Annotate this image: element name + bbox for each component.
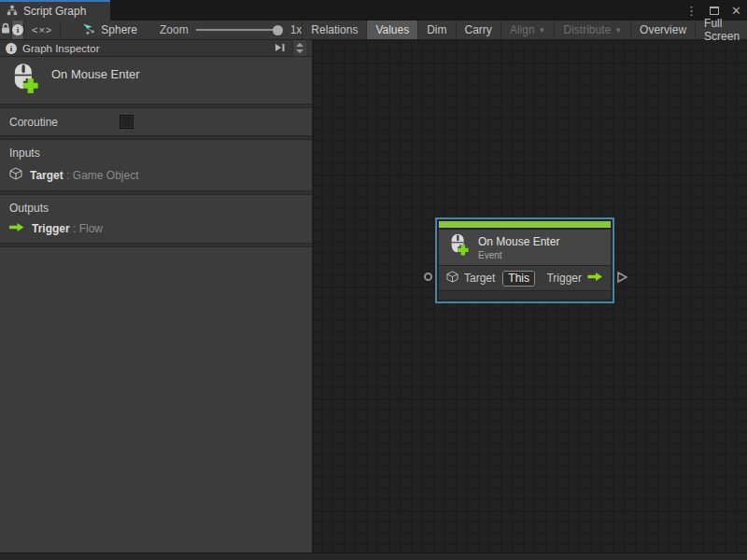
dim-label: Dim [427, 23, 446, 36]
zoom-value: 1x [290, 23, 303, 36]
distribute-label: Distribute [563, 23, 611, 36]
event-title: On Mouse Enter [51, 67, 140, 81]
inspector-header-title: Graph Inspector [22, 43, 99, 54]
zoom-slider[interactable] [196, 21, 283, 40]
align-label: Align [510, 23, 535, 36]
node-title: On Mouse Enter [478, 235, 559, 248]
script-graph-icon [7, 5, 18, 19]
tab-title: Script Graph [23, 5, 86, 18]
outputs-section: Outputs Trigger : Flow [0, 195, 312, 243]
scroll-down-icon[interactable] [296, 49, 303, 53]
inspector-header: i Graph Inspector [0, 40, 312, 57]
output-port-name: Trigger [32, 222, 70, 235]
info-icon: i [6, 43, 17, 54]
values-button[interactable]: Values [366, 21, 417, 39]
node-subtitle: Event [478, 250, 559, 260]
target-object-field[interactable]: This [502, 271, 535, 287]
values-label: Values [375, 23, 409, 36]
inputs-header: Inputs [9, 147, 312, 160]
zoom-slider-handle[interactable] [273, 25, 283, 35]
object-picker-button[interactable] [534, 272, 535, 286]
graph-reference[interactable]: Sphere [73, 21, 147, 39]
target-object-value[interactable]: This [503, 272, 534, 286]
graph-reference-label: Sphere [101, 23, 137, 36]
bottom-strip [0, 553, 747, 560]
output-port-row: Trigger : Flow [9, 222, 312, 235]
outputs-header: Outputs [9, 202, 312, 215]
lock-button[interactable] [0, 21, 12, 39]
dock-panel-icon[interactable] [274, 41, 287, 56]
menu-icon[interactable]: ⋮ [685, 5, 698, 17]
graph-inspector-panel: i Graph Inspector On Mouse Enter [0, 40, 313, 553]
tab-script-graph[interactable]: Script Graph [0, 0, 110, 21]
graph-toolbar: i <×> Sphere Zoom 1x Relations Values [0, 21, 747, 40]
zoom-slider-track[interactable] [196, 29, 283, 31]
zoom-label: Zoom [160, 23, 189, 36]
coroutine-label: Coroutine [9, 116, 120, 129]
game-object-cube-icon [9, 167, 22, 183]
lock-icon [0, 22, 11, 37]
node-accent-bar [439, 221, 611, 228]
input-port-row: Target : Game Object [9, 167, 312, 183]
script-graph-asset-icon [82, 22, 95, 38]
object-picker-icon [534, 274, 535, 283]
on-mouse-enter-icon [446, 233, 471, 261]
node-port-row: Target This Trigger [439, 266, 611, 290]
close-icon[interactable]: ✕ [731, 5, 741, 17]
graph-canvas[interactable]: On Mouse Enter Event Target This Trigger [314, 40, 747, 553]
distribute-dropdown[interactable]: Distribute ▼ [554, 21, 630, 39]
maximize-icon[interactable] [710, 7, 719, 15]
output-port-type: : Flow [73, 222, 103, 235]
relations-button[interactable]: Relations [302, 21, 366, 39]
node-footer [439, 291, 611, 300]
chevron-down-icon: ▼ [539, 27, 546, 35]
scroll-up-icon[interactable] [296, 43, 303, 47]
carry-label: Carry [465, 23, 492, 36]
code-icon: <×> [32, 24, 52, 35]
carry-button[interactable]: Carry [456, 21, 500, 39]
input-port-type: : Game Object [66, 169, 138, 182]
full-screen-label: Full Screen [704, 17, 740, 43]
event-title-section: On Mouse Enter [0, 57, 312, 104]
on-mouse-enter-icon [7, 63, 41, 100]
overview-button[interactable]: Overview [630, 21, 695, 39]
coroutine-checkbox[interactable] [120, 115, 134, 129]
full-screen-button[interactable]: Full Screen [695, 21, 747, 39]
inspector-toggle-button[interactable]: i [12, 21, 24, 39]
toolbar-toggles: Relations Values Dim Carry Align ▼ Distr… [302, 21, 747, 39]
input-port-name: Target [30, 169, 63, 182]
divider [0, 243, 312, 247]
coroutine-row: Coroutine [0, 108, 312, 135]
info-icon: i [12, 24, 23, 35]
node-header[interactable]: On Mouse Enter Event [439, 230, 611, 265]
zoom-control: Zoom 1x [160, 21, 302, 39]
on-mouse-enter-node[interactable]: On Mouse Enter Event Target This Trigger [435, 217, 614, 303]
align-dropdown[interactable]: Align ▼ [500, 21, 555, 39]
inputs-section: Inputs Target : Game Object [0, 140, 312, 190]
flow-arrow-icon [587, 272, 603, 285]
node-input-label: Target [464, 272, 495, 285]
scroll-spinner[interactable] [292, 40, 306, 56]
window-tab-bar: Script Graph ⋮ ✕ [0, 0, 747, 21]
game-object-cube-icon [446, 271, 458, 286]
code-view-button[interactable]: <×> [24, 21, 61, 39]
dim-button[interactable]: Dim [417, 21, 455, 39]
relations-label: Relations [311, 23, 358, 36]
node-input-port[interactable] [424, 273, 432, 281]
overview-label: Overview [640, 23, 686, 36]
chevron-down-icon: ▼ [614, 27, 622, 35]
node-output-label: Trigger [546, 272, 582, 285]
flow-arrow-icon [9, 222, 24, 235]
node-output-port[interactable] [616, 271, 628, 287]
